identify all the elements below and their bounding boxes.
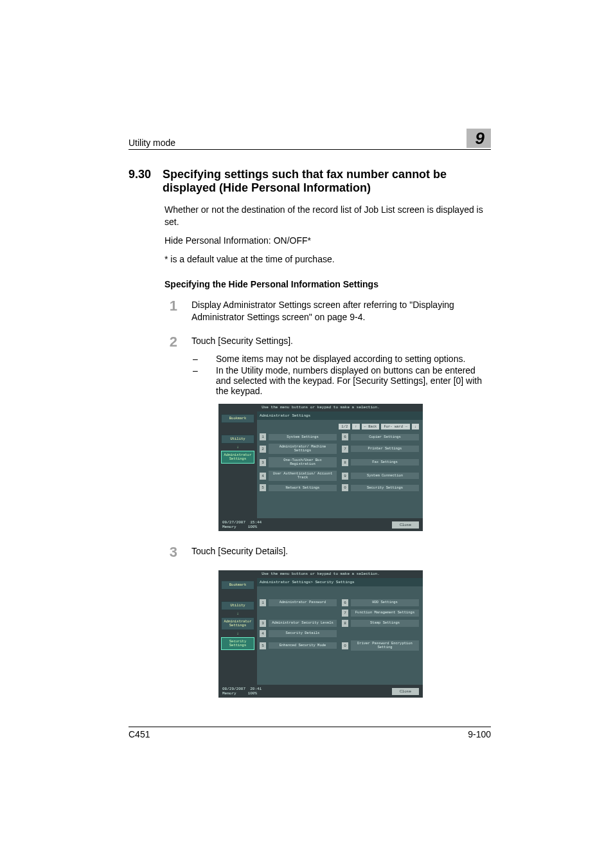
step-bullet: Some items may not be displayed accordin… xyxy=(204,354,491,364)
section-heading: 9.30 Specifying settings such that fax n… xyxy=(129,168,491,195)
sidebar-admin-settings[interactable]: Administrator Settings xyxy=(221,451,254,464)
arrow-down-icon: ↓ xyxy=(221,611,254,616)
arrow-down-icon: ↓ xyxy=(221,631,254,636)
footer-datetime: 09/27/2007 15:44Memory 100% xyxy=(222,520,262,529)
footer-datetime: 08/29/2007 20:41Memory 100% xyxy=(222,687,262,696)
step-2: 2 Touch [Security Settings]. Some items … xyxy=(129,335,491,397)
section-number: 9.30 xyxy=(129,168,151,195)
opt-system-settings[interactable]: 1System Settings xyxy=(260,433,337,440)
back-button[interactable]: ← Back xyxy=(362,424,380,429)
opt-network-settings[interactable]: 5Network Settings xyxy=(260,484,337,491)
header-left: Utility mode xyxy=(129,138,175,148)
screenshot-security-settings: Use the menu buttons or keypad to make a… xyxy=(218,570,423,698)
arrow-up-icon[interactable]: ↑ xyxy=(352,424,359,429)
sidebar-bookmark[interactable]: Bookmark xyxy=(221,581,254,590)
arrow-down-icon: ↓ xyxy=(221,445,254,449)
intro-p3: * is a default value at the time of purc… xyxy=(164,253,491,266)
opt-admin-security-levels[interactable]: 3Administrator Security Levels xyxy=(260,620,337,627)
opt-printer-settings[interactable]: 7Printer Settings xyxy=(342,444,419,454)
sidebar-utility[interactable]: Utility xyxy=(221,601,254,610)
page-header: Utility mode 9 xyxy=(129,129,491,150)
opt-driver-password[interactable]: 0Driver Password Encryption Setting xyxy=(342,640,419,651)
step-number: 2 xyxy=(164,335,177,397)
arrow-down-icon[interactable]: ↓ xyxy=(412,424,419,429)
page-footer: C451 9-100 xyxy=(129,727,491,739)
step-text: Display Administrator Settings screen af… xyxy=(191,299,491,323)
step-3: 3 Touch [Security Details]. xyxy=(129,545,491,564)
section-title: Specifying settings such that fax number… xyxy=(163,168,491,195)
step-number: 1 xyxy=(164,299,177,330)
footer-model: C451 xyxy=(129,729,150,739)
opt-admin-password[interactable]: 1Administrator Password xyxy=(260,599,337,606)
subheading: Specifying the Hide Personal Information… xyxy=(164,278,491,291)
sidebar-admin-settings[interactable]: Administrator Settings xyxy=(221,617,254,630)
sidebar-bookmark[interactable]: Bookmark xyxy=(221,414,254,423)
intro-p2: Hide Personal Information: ON/OFF* xyxy=(164,235,491,247)
screen-breadcrumb: Administrator Settings xyxy=(257,411,423,420)
screen-instruction: Use the menu buttons or keypad to make a… xyxy=(218,570,423,578)
forward-button[interactable]: For- ward → xyxy=(381,424,409,429)
opt-function-mgmt[interactable]: 7Function Management Settings xyxy=(342,610,419,617)
opt-hdd-settings[interactable]: 6HDD Settings xyxy=(342,599,419,606)
opt-system-connection[interactable]: 9System Connection xyxy=(342,471,419,481)
opt-admin-machine[interactable]: 2Administrator/ Machine Settings xyxy=(260,444,337,454)
page-indicator: 1/2 xyxy=(339,424,350,429)
footer-page: 9-100 xyxy=(468,729,491,739)
opt-enhanced-security[interactable]: 5Enhanced Security Mode xyxy=(260,640,337,651)
opt-fax-settings[interactable]: 8Fax Settings xyxy=(342,457,419,467)
sidebar-utility[interactable]: Utility xyxy=(221,435,254,444)
opt-one-touch[interactable]: 3One-Touch/User Box Registration xyxy=(260,457,337,467)
screenshot-admin-settings: Use the menu buttons or keypad to make a… xyxy=(218,404,423,531)
step-1: 1 Display Administrator Settings screen … xyxy=(129,299,491,330)
close-button[interactable]: Close xyxy=(392,521,419,529)
opt-user-auth[interactable]: 4User Authentication/ Account Track xyxy=(260,471,337,481)
opt-security-settings[interactable]: 0Security Settings xyxy=(342,484,419,491)
screen-instruction: Use the menu buttons or keypad to make a… xyxy=(218,404,423,411)
opt-security-details[interactable]: 4Security Details xyxy=(260,630,337,637)
step-text: Touch [Security Settings]. xyxy=(191,335,491,347)
close-button[interactable]: Close xyxy=(392,688,419,695)
opt-copier-settings[interactable]: 6Copier Settings xyxy=(342,433,419,440)
step-text: Touch [Security Details]. xyxy=(191,545,491,557)
step-number: 3 xyxy=(164,545,177,564)
screen-breadcrumb: Administrator Settings> Security Setting… xyxy=(257,578,423,586)
opt-stamp-settings[interactable]: 8Stamp Settings xyxy=(342,620,419,627)
chapter-number: 9 xyxy=(466,129,491,148)
step-bullet: In the Utility mode, numbers displayed o… xyxy=(204,365,491,396)
intro-p1: Whether or not the destination of the re… xyxy=(164,204,491,228)
sidebar-security-settings[interactable]: Security Settings xyxy=(221,637,254,650)
